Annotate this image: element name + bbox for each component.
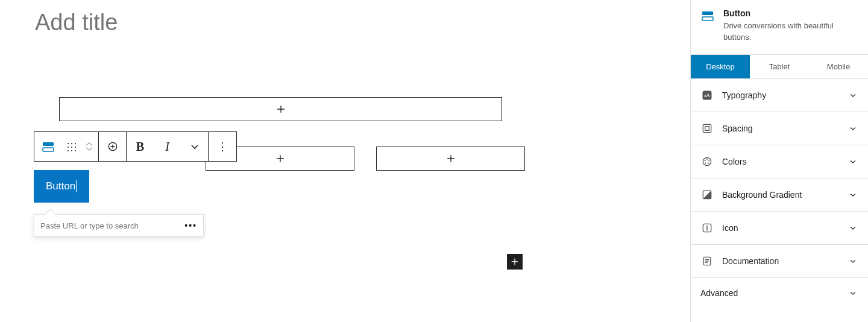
kebab-icon: ⋮ bbox=[217, 140, 228, 153]
block-card-description: Drive conversions with beautiful buttons… bbox=[723, 21, 858, 43]
bold-icon: B bbox=[136, 140, 144, 154]
italic-button[interactable]: I bbox=[154, 132, 181, 161]
text-caret bbox=[76, 180, 77, 192]
url-settings-button[interactable]: ••• bbox=[182, 221, 200, 230]
post-title-placeholder[interactable]: Add title bbox=[35, 10, 118, 36]
block-type-button[interactable] bbox=[34, 132, 62, 161]
chevron-down-icon bbox=[848, 90, 858, 101]
chevron-down-icon bbox=[848, 156, 858, 167]
spacing-icon bbox=[701, 122, 713, 134]
bold-button[interactable]: B bbox=[127, 132, 154, 161]
svg-point-10 bbox=[706, 158, 708, 159]
url-popover: ••• bbox=[34, 214, 204, 237]
drag-handle[interactable] bbox=[62, 132, 80, 161]
panel-typography[interactable]: aA Typography bbox=[691, 78, 868, 112]
panel-spacing[interactable]: Spacing bbox=[691, 112, 868, 145]
svg-point-11 bbox=[708, 160, 709, 161]
panel-title: Documentation bbox=[722, 256, 848, 266]
ellipsis-icon: ••• bbox=[184, 221, 197, 230]
svg-rect-8 bbox=[705, 126, 709, 130]
plus-icon bbox=[274, 153, 286, 165]
svg-point-17 bbox=[706, 226, 708, 227]
drag-icon bbox=[66, 142, 76, 151]
column-appender-3[interactable] bbox=[376, 147, 525, 171]
panel-icon[interactable]: Icon bbox=[691, 211, 868, 244]
svg-point-13 bbox=[705, 162, 706, 163]
gradient-icon bbox=[701, 189, 713, 201]
device-tabs: Desktop Tablet Mobile bbox=[691, 54, 868, 78]
panel-title: Colors bbox=[722, 157, 848, 166]
documentation-icon bbox=[701, 255, 713, 267]
italic-icon: I bbox=[165, 140, 169, 154]
more-text-controls[interactable] bbox=[181, 132, 208, 161]
panel-documentation[interactable]: Documentation bbox=[691, 244, 868, 277]
mover-arrows-icon bbox=[86, 142, 93, 151]
panel-background-gradient[interactable]: Background Gradient bbox=[691, 178, 868, 211]
tab-tablet[interactable]: Tablet bbox=[750, 55, 809, 78]
tab-mobile[interactable]: Mobile bbox=[809, 55, 868, 78]
panel-colors[interactable]: Colors bbox=[691, 145, 868, 178]
panel-title: Typography bbox=[722, 90, 848, 100]
plus-circle-icon bbox=[107, 140, 119, 153]
chevron-down-icon bbox=[848, 189, 858, 200]
svg-rect-18 bbox=[706, 227, 708, 230]
chevron-down-icon bbox=[190, 142, 200, 151]
plus-icon bbox=[445, 153, 457, 165]
svg-rect-4 bbox=[702, 17, 713, 21]
add-block-button[interactable] bbox=[99, 132, 126, 161]
chevron-down-icon bbox=[848, 123, 858, 134]
chevron-down-icon bbox=[848, 223, 858, 233]
block-card: Button Drive conversions with beautiful … bbox=[691, 0, 868, 54]
plus-icon bbox=[509, 256, 520, 267]
button-block[interactable]: Button bbox=[34, 170, 89, 203]
svg-rect-0 bbox=[43, 142, 54, 146]
panel-title: Spacing bbox=[722, 124, 848, 133]
row-block-appender[interactable] bbox=[59, 97, 502, 121]
settings-sidebar: Button Drive conversions with beautiful … bbox=[690, 0, 868, 322]
typography-icon: aA bbox=[701, 89, 713, 101]
block-card-title: Button bbox=[723, 8, 858, 18]
svg-rect-7 bbox=[703, 124, 711, 132]
svg-rect-1 bbox=[43, 148, 54, 151]
chevron-down-icon bbox=[848, 256, 858, 267]
info-icon bbox=[701, 222, 713, 234]
chevron-down-icon bbox=[848, 288, 858, 298]
block-movers[interactable] bbox=[80, 132, 98, 161]
colors-icon bbox=[701, 156, 713, 168]
button-block-label: Button bbox=[46, 180, 75, 192]
plus-icon bbox=[275, 103, 287, 115]
editor-canvas: Add title bbox=[0, 0, 690, 322]
panel-advanced[interactable]: Advanced bbox=[691, 277, 868, 308]
panel-title: Advanced bbox=[700, 288, 848, 298]
button-block-icon bbox=[41, 139, 55, 154]
tab-desktop[interactable]: Desktop bbox=[691, 55, 750, 78]
svg-text:aA: aA bbox=[704, 93, 710, 98]
url-input[interactable] bbox=[40, 221, 182, 230]
svg-rect-3 bbox=[702, 11, 713, 15]
block-appender-button[interactable] bbox=[507, 254, 523, 270]
panel-title: Background Gradient bbox=[722, 190, 848, 200]
button-block-icon bbox=[700, 8, 715, 23]
block-options-button[interactable]: ⋮ bbox=[209, 132, 236, 161]
block-toolbar: B I ⋮ bbox=[34, 131, 237, 162]
svg-point-12 bbox=[708, 162, 709, 163]
svg-point-14 bbox=[705, 160, 706, 161]
panel-title: Icon bbox=[722, 223, 848, 233]
